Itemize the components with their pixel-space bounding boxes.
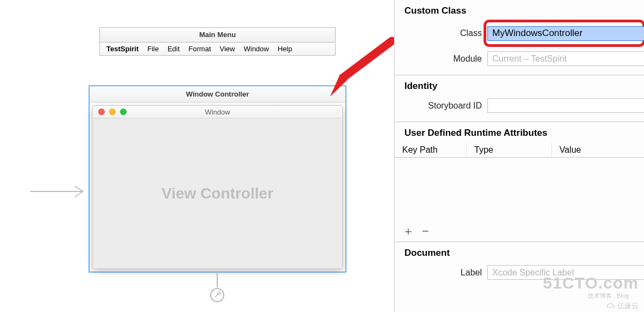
close-icon[interactable] [98, 109, 105, 115]
udra-col-value[interactable]: Value [552, 143, 644, 157]
menu-file[interactable]: File [143, 45, 163, 53]
menu-edit[interactable]: Edit [163, 45, 184, 53]
traffic-lights [98, 109, 127, 115]
class-field[interactable]: MyWindowsController [487, 26, 644, 41]
menu-window[interactable]: Window [239, 45, 273, 53]
window-controller-scene-title: Window Controller [90, 86, 345, 103]
udra-table-header: Key Path Type Value [395, 143, 644, 158]
identity-title: Identity [395, 81, 644, 96]
menu-help[interactable]: Help [273, 45, 297, 53]
main-menu-scene[interactable]: Main Menu TestSpirit File Edit Format Vi… [99, 27, 336, 56]
module-label: Module [395, 54, 487, 64]
storyboard-id-field[interactable] [487, 98, 644, 113]
watermark-yisu: 亿速云 [606, 301, 639, 311]
menu-format[interactable]: Format [184, 45, 215, 53]
window-titlebar[interactable]: Window [93, 106, 342, 118]
initial-segue-arrow-icon [30, 184, 90, 199]
class-field-wrap: MyWindowsController [487, 23, 644, 44]
udra-col-type[interactable]: Type [467, 143, 552, 157]
view-controller-placeholder: View Controller [162, 185, 273, 202]
udra-col-keypath[interactable]: Key Path [395, 143, 467, 157]
svg-line-2 [215, 295, 218, 297]
document-title: Document [395, 248, 644, 263]
window-content[interactable]: View Controller [93, 118, 342, 268]
menu-view[interactable]: View [216, 45, 240, 53]
remove-attribute-button[interactable]: − [422, 225, 429, 237]
window-controller-scene[interactable]: Window Controller Window View Controller [89, 86, 346, 272]
add-attribute-button[interactable]: ＋ [402, 225, 414, 237]
udra-table-body[interactable] [395, 158, 644, 222]
segue-line-icon [217, 271, 218, 287]
svg-point-1 [218, 292, 220, 295]
identity-section: Identity Storyboard ID [395, 75, 644, 122]
storyboard-canvas[interactable]: Main Menu TestSpirit File Edit Format Vi… [0, 0, 394, 312]
menu-bar[interactable]: TestSpirit File Edit Format View Window … [99, 42, 336, 56]
segue-indicator-icon[interactable] [210, 288, 224, 302]
window-preview[interactable]: Window View Controller [92, 105, 343, 269]
storyboard-id-label: Storyboard ID [395, 101, 487, 111]
watermark-51cto-sub: 技术博客 · Blog [588, 292, 629, 300]
module-field[interactable] [487, 51, 644, 66]
custom-class-title: Custom Class [395, 5, 644, 21]
udra-buttons: ＋ − [395, 222, 644, 241]
cloud-icon [606, 303, 615, 309]
document-label-label: Label [395, 268, 487, 278]
udra-section: User Defined Runtime Attributes Key Path… [395, 122, 644, 242]
zoom-icon[interactable] [120, 109, 127, 115]
watermark-51cto: 51CTO.com [543, 274, 639, 292]
identity-inspector: Custom Class Class MyWindowsController M… [394, 0, 644, 312]
main-menu-scene-title: Main Menu [99, 27, 336, 42]
udra-title: User Defined Runtime Attributes [395, 128, 644, 143]
window-controller-body: Window View Controller [90, 103, 345, 272]
custom-class-section: Custom Class Class MyWindowsController M… [395, 0, 644, 75]
minimize-icon[interactable] [109, 109, 116, 115]
window-title: Window [93, 108, 342, 116]
class-label: Class [395, 28, 487, 38]
menu-app[interactable]: TestSpirit [102, 45, 143, 53]
